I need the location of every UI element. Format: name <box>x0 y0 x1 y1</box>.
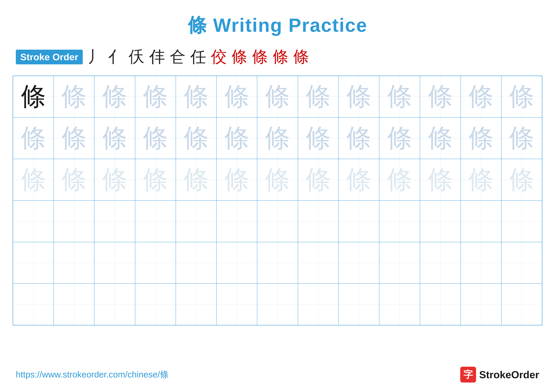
grid-cell[interactable]: 條 <box>94 117 135 159</box>
footer-logo: 字 StrokeOrder <box>460 367 539 383</box>
grid-cell[interactable]: 條 <box>420 159 460 200</box>
footer: https://www.strokeorder.com/chinese/條 字 … <box>0 367 555 383</box>
grid-cell[interactable] <box>298 200 339 242</box>
grid-cell[interactable]: 條 <box>339 159 379 200</box>
grid-cell[interactable]: 條 <box>339 117 379 159</box>
grid-cell[interactable]: 條 <box>13 159 54 200</box>
stroke-7: 佼 <box>211 46 227 68</box>
grid-cell[interactable]: 條 <box>257 76 298 117</box>
grid-cell[interactable]: 條 <box>461 76 501 117</box>
grid-cell[interactable] <box>420 284 460 325</box>
grid-cell[interactable]: 條 <box>54 76 94 117</box>
grid-cell[interactable] <box>379 200 420 242</box>
grid-cell[interactable] <box>461 242 501 284</box>
grid-cell[interactable]: 條 <box>461 117 501 159</box>
grid-cell[interactable]: 條 <box>501 159 542 200</box>
grid-cell[interactable]: 條 <box>339 76 379 117</box>
stroke-2: 亻 <box>108 46 124 68</box>
grid-cell[interactable] <box>257 284 298 325</box>
stroke-6: 任 <box>190 46 206 68</box>
grid-cell[interactable] <box>420 242 460 284</box>
grid-cell[interactable]: 條 <box>379 117 420 159</box>
grid-cell[interactable] <box>339 242 379 284</box>
stroke-5: 仺 <box>170 46 186 68</box>
grid-cell[interactable] <box>501 242 542 284</box>
grid-cell[interactable] <box>216 284 257 325</box>
grid-cell[interactable]: 條 <box>420 117 460 159</box>
grid-cell[interactable]: 條 <box>94 159 135 200</box>
grid-cell[interactable]: 條 <box>257 159 298 200</box>
grid-cell[interactable] <box>135 200 176 242</box>
grid-cell[interactable]: 條 <box>216 76 257 117</box>
grid-cell[interactable] <box>54 242 94 284</box>
grid-cell[interactable] <box>94 284 135 325</box>
grid-cell[interactable]: 條 <box>94 76 135 117</box>
grid-cell[interactable]: 條 <box>216 159 257 200</box>
footer-url[interactable]: https://www.strokeorder.com/chinese/條 <box>16 369 169 380</box>
grid-cell[interactable] <box>176 242 216 284</box>
grid-cell[interactable]: 條 <box>420 76 460 117</box>
stroke-11: 條 <box>293 46 309 68</box>
grid-cell[interactable] <box>176 284 216 325</box>
grid-cell[interactable] <box>461 200 501 242</box>
grid-cell[interactable] <box>257 200 298 242</box>
stroke-9: 條 <box>252 46 268 68</box>
grid-cell[interactable]: 條 <box>176 159 216 200</box>
grid-cell[interactable]: 條 <box>54 117 94 159</box>
grid-cell[interactable]: 條 <box>379 159 420 200</box>
grid-cell[interactable]: 條 <box>135 159 176 200</box>
grid-cell[interactable]: 條 <box>176 117 216 159</box>
grid-cell[interactable] <box>420 200 460 242</box>
grid-cell[interactable] <box>13 284 54 325</box>
stroke-3: 仸 <box>129 46 145 68</box>
stroke-1: 丿 <box>88 46 103 68</box>
logo-text: StrokeOrder <box>479 369 539 381</box>
grid-cell[interactable] <box>13 242 54 284</box>
grid-cell[interactable] <box>176 200 216 242</box>
grid-cell[interactable] <box>298 284 339 325</box>
grid-cell[interactable] <box>461 284 501 325</box>
grid-cell[interactable] <box>379 284 420 325</box>
grid-cell[interactable] <box>298 242 339 284</box>
grid-cell[interactable] <box>501 284 542 325</box>
grid-cell[interactable]: 條 <box>257 117 298 159</box>
grid-cell[interactable]: 條 <box>501 76 542 117</box>
grid-cell[interactable]: 條 <box>501 117 542 159</box>
page-title: 條 Writing Practice <box>0 0 555 38</box>
grid-cell[interactable] <box>13 200 54 242</box>
grid-cell[interactable] <box>94 242 135 284</box>
stroke-order-row: Stroke Order 丿 亻 仸 仹 仺 任 佼 條 條 條 條 <box>0 38 555 72</box>
grid-cell[interactable]: 條 <box>379 76 420 117</box>
grid-cell[interactable] <box>54 200 94 242</box>
logo-icon: 字 <box>460 367 476 383</box>
stroke-4: 仹 <box>149 46 165 68</box>
grid-cell[interactable]: 條 <box>461 159 501 200</box>
grid-cell[interactable]: 條 <box>135 76 176 117</box>
grid-cell[interactable]: 條 <box>216 117 257 159</box>
grid-cell[interactable] <box>135 242 176 284</box>
stroke-10: 條 <box>273 46 288 68</box>
grid-cell[interactable]: 條 <box>298 159 339 200</box>
grid-cell[interactable]: 條 <box>13 117 54 159</box>
grid-cell[interactable] <box>94 200 135 242</box>
grid-cell[interactable] <box>339 200 379 242</box>
grid-cell[interactable]: 條 <box>176 76 216 117</box>
stroke-8: 條 <box>232 46 247 68</box>
grid-cell[interactable] <box>216 200 257 242</box>
grid-cell[interactable] <box>501 200 542 242</box>
writing-grid[interactable]: 條 條 條 條 條 條 條 條 條 條 條 條 條 條 條 條 條 <box>13 76 542 325</box>
grid-cell[interactable]: 條 <box>135 117 176 159</box>
stroke-order-badge: Stroke Order <box>16 50 83 64</box>
grid-cell[interactable]: 條 <box>13 76 54 117</box>
grid-cell[interactable] <box>379 242 420 284</box>
grid-cell[interactable]: 條 <box>298 76 339 117</box>
grid-cell[interactable]: 條 <box>298 117 339 159</box>
grid-cell[interactable] <box>54 284 94 325</box>
grid-cell[interactable] <box>257 242 298 284</box>
grid-cell[interactable]: 條 <box>54 159 94 200</box>
grid-cell[interactable] <box>216 242 257 284</box>
grid-cell[interactable] <box>135 284 176 325</box>
grid-cell[interactable] <box>339 284 379 325</box>
